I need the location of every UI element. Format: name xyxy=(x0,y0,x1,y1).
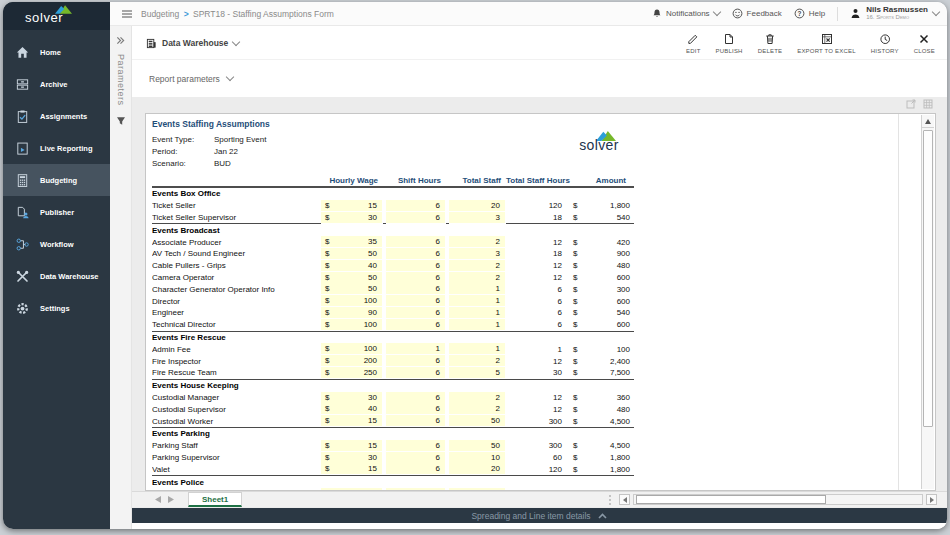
delete-button[interactable]: DELETE xyxy=(758,33,783,54)
total-staff-cell[interactable]: 50 xyxy=(449,440,506,452)
total-staff-cell[interactable]: 3 xyxy=(449,248,506,260)
close-button[interactable]: CLOSE xyxy=(914,33,935,54)
total-staff-cell[interactable]: 10 xyxy=(449,452,506,464)
spreading-details-bar[interactable]: Spreading and Line item details xyxy=(131,508,947,523)
total-staff-cell[interactable]: 1 xyxy=(449,319,506,331)
filter-icon[interactable] xyxy=(116,116,126,126)
vertical-scrollbar[interactable] xyxy=(921,115,934,489)
sidebar-item-home[interactable]: Home xyxy=(3,36,110,68)
sidebar-item-live-reporting[interactable]: Live Reporting xyxy=(3,132,110,164)
feedback-button[interactable]: Feedback xyxy=(732,8,782,19)
shift-hours-cell[interactable]: 6 xyxy=(386,440,446,452)
scrollbar-thumb[interactable] xyxy=(636,495,826,504)
total-staff-cell[interactable]: 2 xyxy=(449,260,506,272)
total-staff-cell[interactable]: 1 xyxy=(449,343,506,355)
hourly-wage-cell[interactable]: $30 xyxy=(321,452,383,464)
hourly-wage-cell[interactable]: $30 xyxy=(321,212,383,224)
total-staff-cell[interactable]: 3 xyxy=(449,212,506,224)
hourly-wage-cell[interactable]: $50 xyxy=(321,272,383,284)
shift-hours-cell[interactable]: 6 xyxy=(386,488,446,490)
hourly-wage-cell[interactable]: $90 xyxy=(321,307,383,319)
hourly-wage-cell[interactable]: $200 xyxy=(321,355,383,367)
hourly-wage-cell[interactable]: $50 xyxy=(321,283,383,295)
sidebar-item-archive[interactable]: Archive xyxy=(3,68,110,100)
scroll-right-button[interactable] xyxy=(926,494,937,505)
hamburger-menu-icon[interactable] xyxy=(122,10,132,18)
hourly-wage-cell[interactable]: $100 xyxy=(321,295,383,307)
shift-hours-cell[interactable]: 6 xyxy=(386,415,446,427)
shift-hours-cell[interactable]: 6 xyxy=(386,463,446,475)
shift-hours-cell[interactable]: 6 xyxy=(386,355,446,367)
hourly-wage-cell[interactable]: $100 xyxy=(321,343,383,355)
shift-hours-cell[interactable]: 6 xyxy=(386,319,446,331)
breadcrumb-section[interactable]: Budgeting xyxy=(141,9,179,19)
total-staff-cell[interactable]: 20 xyxy=(449,463,506,475)
hourly-wage-cell[interactable]: $35 xyxy=(321,236,383,248)
shift-hours-cell[interactable]: 6 xyxy=(386,260,446,272)
shift-hours-cell[interactable]: 6 xyxy=(386,295,446,307)
shift-hours-cell[interactable]: 6 xyxy=(386,248,446,260)
notifications-button[interactable]: Notifications xyxy=(652,8,720,19)
total-staff-cell[interactable]: 2 xyxy=(449,236,506,248)
export-to-excel-button[interactable]: EXPORT TO EXCEL xyxy=(797,33,856,54)
shift-hours-cell[interactable]: 6 xyxy=(386,236,446,248)
tab-prev-icon[interactable] xyxy=(155,496,161,503)
total-staff-cell[interactable]: 2 xyxy=(449,392,506,404)
pop-out-icon[interactable] xyxy=(906,99,916,109)
shift-hours-cell[interactable]: 6 xyxy=(386,307,446,319)
shift-hours-cell[interactable]: 6 xyxy=(386,212,446,224)
history-button[interactable]: HISTORY xyxy=(871,33,899,54)
data-source-dropdown[interactable]: Data Warehouse xyxy=(146,38,239,49)
total-staff-cell[interactable]: 10 xyxy=(449,488,506,490)
sidebar-item-assignments[interactable]: Assignments xyxy=(3,100,110,132)
sidebar-item-budgeting[interactable]: Budgeting xyxy=(3,164,110,196)
publish-button[interactable]: PUBLISH xyxy=(716,33,743,54)
hourly-wage-cell[interactable]: $50 xyxy=(321,248,383,260)
hourly-wage-cell[interactable]: $15 xyxy=(321,440,383,452)
shift-hours-cell[interactable]: 6 xyxy=(386,392,446,404)
tab-next-icon[interactable] xyxy=(168,496,174,503)
shift-hours-cell[interactable]: 6 xyxy=(386,272,446,284)
hourly-wage-cell[interactable]: $15 xyxy=(321,415,383,427)
parameters-label[interactable]: Parameters xyxy=(116,54,126,106)
total-staff-cell[interactable]: 1 xyxy=(449,307,506,319)
shift-hours-cell[interactable]: 6 xyxy=(386,403,446,415)
scrollbar-thumb[interactable] xyxy=(923,130,933,427)
report-parameters-toggle[interactable]: Report parameters xyxy=(131,60,947,97)
hourly-wage-cell[interactable]: $250 xyxy=(321,367,383,379)
hourly-wage-cell[interactable]: $200 xyxy=(321,488,383,490)
total-staff-cell[interactable]: 2 xyxy=(449,272,506,284)
shift-hours-cell[interactable]: 6 xyxy=(386,200,446,212)
sidebar-item-publisher[interactable]: Publisher xyxy=(3,196,110,228)
shift-hours-cell[interactable]: 1 xyxy=(386,343,446,355)
scroll-left-button[interactable] xyxy=(619,494,630,505)
total-staff-cell[interactable]: 2 xyxy=(449,403,506,415)
hourly-wage-cell[interactable]: $30 xyxy=(321,392,383,404)
total-staff-cell[interactable]: 5 xyxy=(449,367,506,379)
total-staff-cell[interactable]: 2 xyxy=(449,355,506,367)
shift-hours-cell[interactable]: 6 xyxy=(386,452,446,464)
help-button[interactable]: ? Help xyxy=(794,8,825,19)
scroll-up-button[interactable] xyxy=(922,115,934,128)
shift-hours-cell[interactable]: 6 xyxy=(386,367,446,379)
shift-hours-cell[interactable]: 6 xyxy=(386,283,446,295)
edit-button[interactable]: EDIT xyxy=(686,33,700,54)
hourly-wage-cell[interactable]: $15 xyxy=(321,200,383,212)
horizontal-scrollbar[interactable] xyxy=(609,492,947,507)
sheet-tab-active[interactable]: Sheet1 xyxy=(188,492,242,507)
sidebar-item-data-warehouse[interactable]: Data Warehouse xyxy=(3,260,110,292)
scrollbar-track[interactable] xyxy=(633,494,923,505)
hourly-wage-cell[interactable]: $40 xyxy=(321,403,383,415)
total-staff-cell[interactable]: 1 xyxy=(449,283,506,295)
grid-view-icon[interactable] xyxy=(923,99,933,109)
total-staff-cell[interactable]: 1 xyxy=(449,295,506,307)
sidebar-item-settings[interactable]: Settings xyxy=(3,292,110,324)
sidebar-item-workflow[interactable]: Workflow xyxy=(3,228,110,260)
user-menu[interactable]: Nils Rasmussen 16. Sports Demo xyxy=(850,6,939,21)
total-staff-cell[interactable]: 20 xyxy=(449,200,506,212)
hourly-wage-cell[interactable]: $100 xyxy=(321,319,383,331)
total-staff-cell[interactable]: 50 xyxy=(449,415,506,427)
expand-panel-icon[interactable] xyxy=(116,36,125,45)
hourly-wage-cell[interactable]: $40 xyxy=(321,260,383,272)
hourly-wage-cell[interactable]: $15 xyxy=(321,463,383,475)
